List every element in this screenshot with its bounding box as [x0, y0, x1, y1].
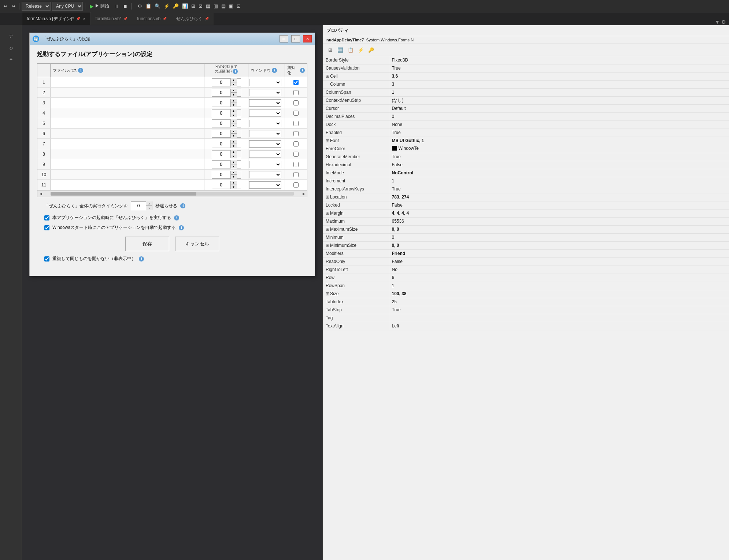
tab-zenbuhiraku[interactable]: ぜんぶひらく 📌 [171, 12, 214, 25]
platform-dropdown[interactable]: Any CPU x86 x64 [52, 2, 83, 11]
delay-down[interactable]: ▼ [231, 154, 237, 158]
delay-up-1[interactable]: ▲ [231, 78, 237, 82]
delay-input[interactable] [212, 140, 230, 148]
prop-value[interactable]: 0, 0 [389, 241, 729, 249]
window-select[interactable] [249, 130, 281, 137]
tab-functions[interactable]: functions.vb 📌 [132, 12, 171, 25]
tab-overflow[interactable]: ▼ ⚙ [715, 19, 729, 25]
prop-value[interactable]: 6 [389, 274, 729, 282]
delay-down[interactable]: ▼ [231, 134, 237, 138]
delay-input[interactable] [212, 151, 230, 158]
sidebar-icon-2[interactable]: ジ [4, 41, 18, 52]
expand-icon[interactable]: ⊞ [326, 194, 329, 200]
filepath-info-icon[interactable]: ℹ [78, 68, 83, 73]
prop-value[interactable]: Left [389, 322, 729, 330]
filepath-input[interactable] [51, 139, 203, 149]
disable-checkbox[interactable] [293, 100, 299, 105]
prop-value[interactable]: 1 [389, 177, 729, 185]
delay-up[interactable]: ▲ [231, 160, 237, 164]
disable-checkbox[interactable] [293, 152, 299, 157]
props-key-btn[interactable]: 🔑 [367, 45, 375, 54]
delay-down[interactable]: ▼ [231, 175, 237, 179]
window-select[interactable] [249, 120, 281, 127]
expand-icon[interactable]: ⊞ [326, 211, 329, 216]
toolbar-icon-2[interactable]: 📋 [144, 3, 152, 9]
expand-icon[interactable]: ⊞ [326, 291, 329, 296]
prop-value[interactable]: 4, 4, 4, 4 [389, 209, 729, 217]
filepath-input[interactable] [51, 159, 203, 169]
save-button[interactable]: 保存 [125, 237, 169, 251]
delay-input[interactable] [212, 171, 230, 178]
toolbar-icon-12[interactable]: ▣ [228, 3, 234, 9]
tab-pin-icon[interactable]: 📌 [123, 17, 127, 21]
prop-value[interactable]: True [389, 153, 729, 161]
prop-value[interactable]: 1 [389, 282, 729, 290]
delay-input[interactable] [212, 120, 230, 127]
toolbar-icon-3[interactable]: 🔍 [153, 3, 162, 9]
prop-value[interactable]: MS UI Gothic, 1 [389, 137, 729, 145]
prop-value[interactable]: Fixed3D [389, 56, 729, 64]
tab-close-btn[interactable]: × [82, 16, 86, 21]
expand-icon[interactable]: ⊞ [326, 243, 329, 248]
autorun-info-icon[interactable]: ℹ [174, 215, 179, 220]
prop-value[interactable]: 100, 38 [389, 290, 729, 298]
disable-checkbox[interactable] [293, 111, 299, 116]
prop-value[interactable]: True [389, 185, 729, 193]
prop-value[interactable]: False [389, 201, 729, 209]
tab-formMain-design[interactable]: formMain.vb [デザイン]* 📌 × [22, 12, 91, 25]
prop-value[interactable]: Default [389, 104, 729, 112]
delay-down[interactable]: ▼ [231, 93, 237, 97]
window-select-1[interactable] [249, 79, 281, 86]
tab-pin-icon[interactable]: 📌 [205, 17, 209, 21]
delay-up[interactable]: ▲ [231, 109, 237, 113]
toolbar-icon-6[interactable]: 📊 [181, 3, 189, 9]
redo-button[interactable]: ↪ [10, 3, 17, 10]
delay-up[interactable]: ▲ [231, 130, 237, 134]
prop-value[interactable]: 1 [389, 88, 729, 96]
prop-value[interactable]: 3,6 [389, 72, 729, 80]
props-events-btn[interactable]: ⚡ [356, 45, 365, 54]
delay-up[interactable]: ▲ [231, 89, 237, 93]
disable-checkbox[interactable] [293, 131, 299, 136]
scroll-right-arrow[interactable]: ▶ [300, 190, 307, 197]
delay-global-info-icon[interactable]: ℹ [180, 203, 185, 208]
toolbar-icon-8[interactable]: ⊠ [197, 3, 204, 9]
disable-info-icon[interactable]: ℹ [300, 68, 305, 73]
prop-value[interactable]: 25 [389, 298, 729, 306]
delay-down[interactable]: ▼ [231, 185, 237, 189]
toolbar-icon-10[interactable]: ▥ [212, 3, 219, 9]
startup-checkbox[interactable] [44, 225, 49, 230]
delay-up[interactable]: ▲ [231, 181, 237, 185]
scroll-left-arrow[interactable]: ◀ [37, 190, 44, 197]
toolbar-icon-9[interactable]: ▦ [205, 3, 211, 9]
sidebar-icon-3[interactable]: ェ [4, 53, 18, 64]
expand-icon[interactable]: ⊞ [326, 74, 329, 79]
filepath-input-1[interactable] [51, 77, 203, 87]
window-select[interactable] [249, 140, 281, 148]
toolbar-icon-5[interactable]: 🔑 [172, 3, 180, 9]
prop-value[interactable]: WindowTe [389, 145, 729, 153]
global-delay-input[interactable] [131, 202, 146, 210]
startup-info-icon[interactable]: ℹ [179, 225, 184, 230]
prop-value[interactable]: 0 [389, 112, 729, 120]
sidebar-icon-1[interactable]: デ [4, 28, 18, 39]
tab-pin-icon[interactable]: 📌 [163, 17, 167, 21]
props-categorized-btn[interactable]: ⊞ [326, 45, 334, 54]
prop-value[interactable]: (なし) [389, 96, 729, 104]
delay-input[interactable] [212, 130, 230, 137]
disable-checkbox[interactable] [293, 141, 299, 147]
toolbar-icon-4[interactable]: ⚡ [163, 3, 171, 9]
window-select[interactable] [249, 161, 281, 168]
nodedup-info-icon[interactable]: ℹ [139, 256, 144, 262]
props-properties-btn[interactable]: 📋 [346, 45, 355, 54]
expand-icon[interactable]: ⊞ [326, 138, 329, 143]
filepath-input[interactable] [51, 108, 203, 118]
filepath-input[interactable] [51, 149, 203, 159]
delay-up[interactable]: ▲ [231, 150, 237, 154]
prop-value[interactable]: True [389, 64, 729, 72]
expand-icon[interactable]: ⊞ [326, 227, 329, 232]
undo-button[interactable]: ↩ [2, 3, 9, 10]
prop-value[interactable]: 0, 0 [389, 225, 729, 233]
filepath-input[interactable] [51, 98, 203, 108]
cancel-button[interactable]: キャンセル [175, 237, 219, 251]
